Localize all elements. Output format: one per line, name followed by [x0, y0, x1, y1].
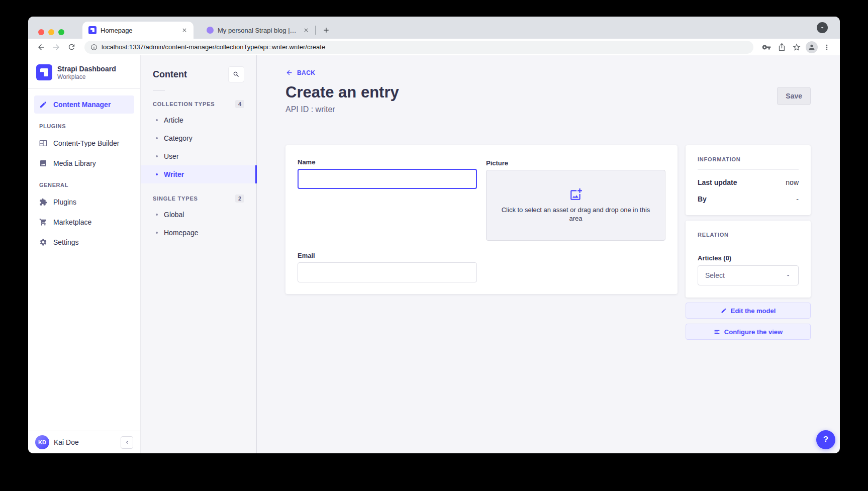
forward-nav-icon[interactable]: [50, 41, 62, 53]
search-button[interactable]: [228, 66, 244, 82]
collection-types-count: 4: [235, 100, 244, 108]
back-link[interactable]: BACK: [285, 69, 315, 76]
edit-model-button[interactable]: Edit the model: [686, 303, 811, 319]
chevron-down-icon: [785, 272, 791, 278]
close-tab-icon[interactable]: [302, 26, 310, 34]
back-nav-icon[interactable]: [35, 41, 47, 53]
minimize-window-button[interactable]: [48, 29, 54, 35]
browser-profile-avatar[interactable]: [806, 41, 818, 53]
layout-icon: [39, 139, 47, 147]
site-info-icon[interactable]: [90, 44, 98, 51]
sidebar-item-content-manager[interactable]: Content Manager: [34, 95, 134, 114]
tab-strip: Homepage My personal Strapi blog | Strap: [28, 17, 840, 39]
browser-window: Homepage My personal Strapi blog | Strap: [28, 17, 840, 453]
last-update-label: Last update: [698, 178, 737, 186]
bullet-icon: [156, 232, 158, 234]
url-bar[interactable]: localhost:1337/admin/content-manager/col…: [84, 41, 753, 54]
select-placeholder: Select: [705, 271, 725, 279]
tab-strapi-blog[interactable]: My personal Strapi blog | Strap: [201, 22, 315, 39]
tab-homepage[interactable]: Homepage: [82, 22, 194, 39]
subnav-item-label: Homepage: [164, 229, 199, 237]
tab-title: Homepage: [101, 27, 176, 34]
bookmark-star-icon[interactable]: [791, 41, 803, 53]
subnav-item-label: User: [164, 152, 179, 160]
share-icon[interactable]: [776, 41, 788, 53]
password-key-icon[interactable]: [760, 41, 773, 53]
sidebar-section-plugins: PLUGINS: [28, 123, 140, 129]
filter-lines-icon: [714, 329, 720, 335]
configure-view-button[interactable]: Configure the view: [686, 324, 811, 340]
bullet-icon: [156, 214, 158, 216]
subnav-item-homepage[interactable]: Homepage: [141, 224, 256, 242]
bullet-icon: [156, 155, 158, 157]
sidebar-item-plugins[interactable]: Plugins: [34, 193, 134, 211]
articles-select[interactable]: Select: [698, 265, 799, 285]
upload-hint-text: Click to select an asset or drag and dro…: [496, 206, 656, 223]
close-tab-icon[interactable]: [180, 26, 188, 34]
relation-panel: RELATION Articles (0) Select: [686, 221, 811, 298]
sidebar-item-label: Settings: [53, 238, 79, 246]
user-name: Kai Doe: [54, 438, 79, 446]
single-types-header: SINGLE TYPES 2: [141, 194, 256, 203]
tab-search-button[interactable]: [817, 22, 828, 33]
subnav-title: Content: [153, 69, 187, 80]
articles-relation-label: Articles (0): [698, 254, 799, 262]
subnav-item-label: Global: [164, 211, 184, 219]
strapi-admin: Strapi Dashboard Workplace Content Manag…: [28, 55, 840, 453]
main-sidebar: Strapi Dashboard Workplace Content Manag…: [28, 55, 141, 453]
back-label: BACK: [297, 69, 315, 76]
window-controls: [38, 29, 64, 35]
sidebar-item-label: Media Library: [53, 159, 96, 167]
single-types-count: 2: [235, 194, 244, 203]
strapi-logo: [36, 64, 52, 80]
workspace-switcher[interactable]: Strapi Dashboard Workplace: [28, 55, 140, 89]
tab-title: My personal Strapi blog | Strap: [218, 27, 298, 34]
save-button[interactable]: Save: [777, 87, 811, 105]
sidebar-item-marketplace[interactable]: Marketplace: [34, 213, 134, 231]
entry-form-card: Name Picture Click to select an asset or…: [285, 145, 678, 294]
name-field-label: Name: [298, 158, 477, 166]
page-title: Create an entry: [285, 83, 840, 102]
close-window-button[interactable]: [38, 29, 44, 35]
workspace-name: Workplace: [57, 73, 116, 80]
subnav-item-global[interactable]: Global: [141, 206, 256, 224]
image-icon: [39, 159, 47, 167]
subnav-item-article[interactable]: Article: [141, 111, 256, 129]
sidebar-section-general: GENERAL: [28, 182, 140, 188]
sidebar-item-content-type-builder[interactable]: Content-Type Builder: [34, 134, 134, 152]
user-profile-row[interactable]: KD Kai Doe: [28, 431, 140, 453]
blog-favicon: [207, 27, 214, 34]
subnav-item-writer[interactable]: Writer: [141, 165, 256, 183]
sidebar-item-label: Plugins: [53, 198, 76, 206]
add-image-icon: [569, 188, 583, 201]
search-icon: [233, 71, 240, 78]
sidebar-item-label: Marketplace: [53, 218, 91, 226]
help-button[interactable]: ?: [816, 430, 835, 449]
name-input[interactable]: [298, 169, 477, 189]
configure-view-label: Configure the view: [724, 328, 783, 336]
sidebar-item-settings[interactable]: Settings: [34, 233, 134, 251]
collapse-sidebar-button[interactable]: [121, 436, 133, 449]
subnav-item-user[interactable]: User: [141, 147, 256, 165]
browser-toolbar: localhost:1337/admin/content-manager/col…: [28, 39, 840, 55]
app-name: Strapi Dashboard: [57, 65, 116, 73]
arrow-left-icon: [285, 69, 293, 76]
new-tab-button[interactable]: [320, 24, 333, 37]
tab-separator: [315, 26, 316, 35]
strapi-favicon: [88, 26, 97, 34]
email-input[interactable]: [298, 262, 477, 282]
collection-types-header: COLLECTION TYPES 4: [141, 100, 256, 108]
sidebar-item-media-library[interactable]: Media Library: [34, 154, 134, 172]
maximize-window-button[interactable]: [58, 29, 64, 35]
email-field-label: Email: [298, 252, 477, 259]
by-row: By -: [698, 195, 799, 203]
browser-menu-icon[interactable]: [821, 41, 833, 53]
sidebar-nav: Content Manager PLUGINS Content-Type Bui…: [28, 89, 140, 253]
picture-upload-dropzone[interactable]: Click to select an asset or drag and dro…: [486, 170, 665, 241]
subnav-item-category[interactable]: Category: [141, 129, 256, 147]
divider: [153, 90, 165, 91]
reload-icon[interactable]: [65, 41, 77, 53]
main-content: BACK Create an entry API ID : writer Sav…: [257, 55, 840, 453]
api-id-subtitle: API ID : writer: [285, 105, 840, 114]
last-update-row: Last update now: [698, 178, 799, 186]
